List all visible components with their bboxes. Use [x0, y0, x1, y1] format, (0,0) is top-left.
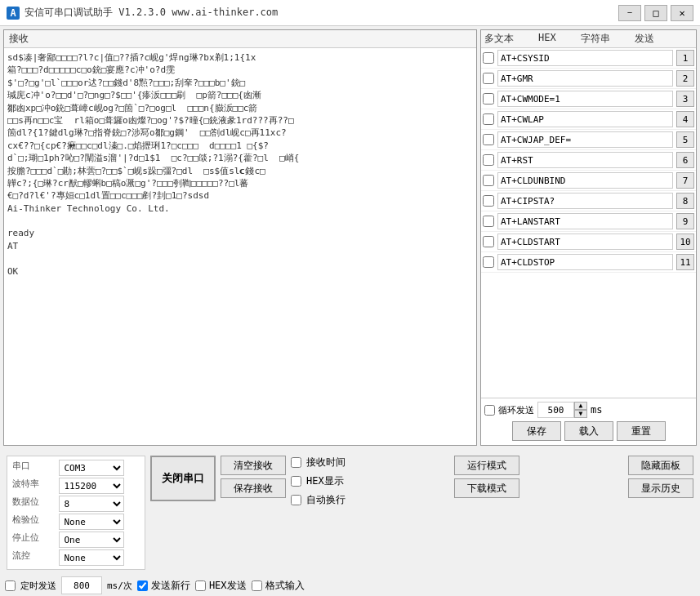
multitext-row: 5: [481, 130, 696, 150]
multitext-footer-btns: 保存 载入 重置: [484, 421, 693, 441]
row-input-1[interactable]: [497, 50, 673, 66]
row-input-7[interactable]: [497, 172, 673, 189]
baud-select[interactable]: 115200: [59, 478, 124, 494]
row-checkbox-3[interactable]: [483, 93, 494, 105]
row-input-8[interactable]: [497, 193, 673, 209]
run-mode-button[interactable]: 运行模式: [454, 456, 519, 475]
clear-recv-button[interactable]: 清空接收: [221, 456, 286, 475]
row-checkbox-2[interactable]: [483, 73, 494, 84]
row-checkbox-8[interactable]: [483, 195, 494, 207]
row-send-btn-8[interactable]: 8: [676, 193, 694, 209]
multitext-row: 4: [481, 109, 696, 130]
port-select[interactable]: COM3: [59, 460, 124, 476]
format-input-checkbox[interactable]: [252, 580, 262, 591]
row-send-btn-11[interactable]: 11: [676, 254, 694, 270]
row-checkbox-7[interactable]: [483, 175, 494, 186]
row-input-5[interactable]: [497, 131, 673, 148]
data-bits-label: 数据位: [12, 496, 56, 512]
row-checkbox-5[interactable]: [483, 134, 494, 145]
auto-newline-checkbox[interactable]: [291, 495, 301, 505]
main-content: 接收 多文本 HEX 字符串 发送 1 2 3 4: [0, 26, 700, 449]
parity-label: 检验位: [12, 514, 56, 530]
timed-ms-input[interactable]: [61, 576, 102, 594]
loop-send-label: 循环发送: [498, 404, 534, 416]
receive-panel: 接收: [3, 29, 477, 446]
multitext-rows: 1 2 3 4 5 6 7 8: [481, 48, 696, 398]
title-bar: A 安信可串口调试助手 V1.2.3.0 www.ai-thinker.com …: [0, 0, 700, 26]
row-checkbox-6[interactable]: [483, 154, 494, 166]
loop-ms-label: ms: [591, 404, 602, 416]
row-send-btn-4[interactable]: 4: [676, 111, 694, 127]
send-options: 发送新行: [137, 579, 190, 593]
row-checkbox-9[interactable]: [483, 216, 494, 227]
loop-ms-spinner: ▲ ▼: [537, 402, 587, 418]
stop-bits-select[interactable]: One: [59, 532, 124, 548]
download-mode-button[interactable]: 下载模式: [454, 478, 519, 498]
row-input-2[interactable]: [497, 70, 673, 87]
recv-time-row: 接收时间: [291, 456, 346, 469]
save-recv-button[interactable]: 保存接收: [221, 478, 286, 498]
load-button[interactable]: 载入: [564, 421, 613, 441]
row-checkbox-4[interactable]: [483, 113, 494, 125]
row-input-4[interactable]: [497, 111, 673, 127]
row-send-btn-2[interactable]: 2: [676, 70, 694, 87]
hex-col-label: HEX: [538, 32, 556, 46]
row-send-btn-10[interactable]: 10: [676, 234, 694, 250]
receive-textarea[interactable]: [4, 48, 476, 445]
row-checkbox-10[interactable]: [483, 236, 494, 247]
flow-select[interactable]: None: [59, 549, 124, 566]
multitext-row: 10: [481, 232, 696, 252]
row-input-10[interactable]: [497, 234, 673, 250]
baud-label: 波特率: [12, 478, 56, 494]
multitext-row: 1: [481, 48, 696, 69]
port-label: 串口: [12, 460, 56, 476]
data-bits-select[interactable]: 8: [59, 496, 124, 512]
panel-buttons: 隐藏面板 显示历史: [628, 456, 693, 498]
open-port-button[interactable]: 关闭串口: [150, 456, 216, 501]
spinner-down[interactable]: ▼: [574, 410, 587, 418]
flow-label: 流控: [12, 549, 56, 566]
maximize-button[interactable]: □: [644, 5, 667, 21]
hex-send-label: HEX发送: [209, 579, 247, 593]
stop-bits-label: 停止位: [12, 532, 56, 548]
timed-send-checkbox[interactable]: [5, 580, 16, 591]
multitext-row: 9: [481, 211, 696, 232]
row-checkbox-1[interactable]: [483, 52, 494, 64]
send-options-row: 定时发送 ms/次 发送新行 HEX发送 格式输入: [3, 576, 697, 594]
hex-display-label: HEX显示: [306, 474, 344, 488]
row-input-9[interactable]: [497, 213, 673, 229]
row-input-11[interactable]: [497, 254, 673, 270]
row-send-btn-1[interactable]: 1: [676, 50, 694, 66]
parity-select[interactable]: None: [59, 514, 124, 530]
row-send-btn-5[interactable]: 5: [676, 131, 694, 148]
reset-button[interactable]: 重置: [617, 421, 666, 441]
send-col-label: 发送: [635, 32, 654, 46]
bottom-controls: 串口 COM3 波特率 115200 数据位 8 检验位 None 停止位 On…: [0, 449, 700, 596]
row-send-btn-7[interactable]: 7: [676, 172, 694, 189]
row-checkbox-11[interactable]: [483, 256, 494, 268]
hex-display-checkbox[interactable]: [291, 476, 301, 487]
spinner-up[interactable]: ▲: [574, 402, 587, 410]
row-send-btn-3[interactable]: 3: [676, 91, 694, 107]
minimize-button[interactable]: －: [618, 5, 641, 21]
timed-send-label: 定时发送: [20, 580, 56, 592]
recv-time-label: 接收时间: [306, 456, 346, 469]
row-send-btn-6[interactable]: 6: [676, 152, 694, 168]
hide-panel-button[interactable]: 隐藏面板: [628, 456, 693, 475]
multitext-row: 6: [481, 150, 696, 171]
row-send-btn-9[interactable]: 9: [676, 213, 694, 229]
loop-send-checkbox[interactable]: [484, 405, 495, 416]
recv-buttons: 清空接收 保存接收: [221, 456, 286, 498]
close-button[interactable]: ✕: [671, 5, 693, 21]
show-history-button[interactable]: 显示历史: [628, 478, 693, 498]
multitext-row: 7: [481, 171, 696, 191]
row-input-6[interactable]: [497, 152, 673, 168]
save-button[interactable]: 保存: [512, 421, 561, 441]
row-input-3[interactable]: [497, 91, 673, 107]
recv-time-checkbox[interactable]: [291, 457, 301, 468]
loop-ms-input[interactable]: [537, 402, 574, 418]
hex-send-checkbox[interactable]: [195, 580, 206, 591]
newline-checkbox[interactable]: [137, 580, 148, 591]
controls-area: 串口 COM3 波特率 115200 数据位 8 检验位 None 停止位 On…: [3, 452, 697, 573]
title-bar-text: 安信可串口调试助手 V1.2.3.0 www.ai-thinker.com: [25, 6, 618, 20]
